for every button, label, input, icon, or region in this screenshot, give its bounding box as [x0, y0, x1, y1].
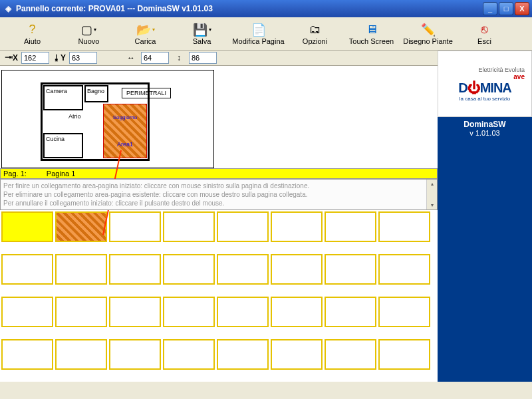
save-button[interactable]: 💾▾Salva	[174, 19, 230, 49]
room-bagno[interactable]: Bagno	[84, 85, 108, 102]
page-thumb[interactable]	[55, 297, 107, 327]
minimize-button[interactable]: _	[483, 2, 497, 15]
new-icon: ▢▾	[81, 23, 96, 37]
page-thumb[interactable]	[1, 297, 53, 327]
hint-line-1: Per finire un collegamento area-pagina i…	[3, 182, 434, 190]
x-input[interactable]	[21, 52, 49, 64]
page-thumb[interactable]	[109, 339, 161, 370]
page-thumb[interactable]	[325, 297, 376, 327]
page-thumb[interactable]	[109, 297, 161, 327]
title-bar: ◈ Pannello corrente: PROVA01 --- DominaS…	[0, 0, 532, 17]
width-input[interactable]	[141, 52, 169, 64]
page-number: Pag. 1:	[3, 170, 27, 178]
close-button[interactable]: X	[515, 2, 529, 15]
width-icon: ↔	[125, 52, 137, 64]
page-thumb[interactable]	[378, 254, 430, 285]
edit-page-button[interactable]: 📄Modifica Pagina	[230, 19, 287, 49]
exit-icon: ⎋	[481, 23, 488, 37]
height-input[interactable]	[189, 52, 217, 64]
page-thumb[interactable]	[217, 339, 269, 370]
page-thumb-1[interactable]	[1, 211, 53, 242]
page-thumb[interactable]	[55, 254, 107, 285]
new-button[interactable]: ▢▾Nuovo	[61, 19, 117, 49]
y-input[interactable]	[69, 52, 97, 64]
options-button[interactable]: 🗂Opzioni	[287, 19, 343, 49]
scroll-down-icon[interactable]: ▾	[431, 201, 434, 209]
screen-icon: 🖥	[366, 23, 378, 37]
open-icon: 📂▾	[136, 23, 155, 37]
page-thumb[interactable]	[163, 211, 215, 242]
hint-line-2: Per eliminare un collegamento area-pagin…	[3, 190, 434, 199]
y-origin-icon: ⭳Y	[53, 52, 65, 64]
help-button[interactable]: ?Aiuto	[4, 19, 61, 49]
brand-logo-box: Elettricità Evoluta ave D⏻MINA la casa a…	[438, 51, 532, 117]
save-icon: 💾▾	[193, 23, 211, 37]
page-thumb[interactable]	[217, 254, 269, 285]
hint-scrollbar[interactable]: ▴▾	[426, 180, 437, 209]
page-thumb[interactable]	[271, 339, 323, 370]
draw-icon: ✏️	[421, 23, 436, 37]
scroll-up-icon[interactable]: ▴	[431, 180, 434, 188]
page-thumb[interactable]	[109, 254, 161, 285]
draw-plan-button[interactable]: ✏️Disegno Piante	[400, 19, 456, 49]
domina-logo: D⏻MINA	[458, 80, 511, 96]
page-thumb[interactable]	[1, 339, 53, 370]
page-thumb[interactable]	[378, 339, 430, 370]
room-cucina[interactable]: Cucina	[43, 133, 83, 158]
page-thumb[interactable]	[325, 211, 376, 242]
load-button[interactable]: 📂▾Carica	[117, 19, 174, 49]
page-thumb[interactable]	[217, 297, 269, 327]
floor-plan-canvas[interactable]: Camera Bagno Atrio Cucina PERIMETRALI So…	[1, 70, 214, 168]
maximize-button[interactable]: □	[499, 2, 513, 15]
page-thumb[interactable]	[163, 254, 215, 285]
hint-panel: Per finire un collegamento area-pagina i…	[0, 179, 438, 210]
page-indicator[interactable]: Pag. 1: Pagina 1	[0, 168, 438, 179]
page-thumb[interactable]	[325, 339, 376, 370]
x-origin-icon: ⭲X	[5, 52, 17, 64]
page-thumb[interactable]	[378, 297, 430, 327]
hint-line-3: Per annullare il collegamento iniziato: …	[3, 199, 434, 207]
page-thumb[interactable]	[163, 297, 215, 327]
edit-icon: 📄	[251, 23, 266, 37]
perimetrali-label[interactable]: PERIMETRALI	[122, 88, 171, 98]
page-thumb[interactable]	[271, 297, 323, 327]
exit-button[interactable]: ⎋Esci	[456, 19, 513, 49]
options-icon: 🗂	[309, 23, 321, 37]
app-icon: ◈	[3, 3, 13, 14]
page-thumb[interactable]	[1, 254, 53, 285]
page-thumb[interactable]	[217, 211, 269, 242]
coordinate-bar: ⭲X ⭳Y ↔ ↕	[0, 51, 438, 66]
brand-tagline: la casa al tuo servizio	[460, 96, 510, 102]
app-version-label: v 1.01.03	[438, 129, 532, 137]
page-thumbnail-grid	[0, 210, 438, 382]
page-thumb-2[interactable]	[55, 211, 107, 242]
app-name-label: DominaSW	[438, 120, 532, 129]
area1-zone[interactable]: Soggiorno Area1	[103, 104, 147, 158]
page-thumb[interactable]	[163, 339, 215, 370]
touchscreen-button[interactable]: 🖥Touch Screen	[343, 19, 400, 49]
page-name: Pagina 1	[47, 170, 75, 178]
room-camera[interactable]: Camera	[43, 85, 83, 110]
height-icon: ↕	[173, 52, 185, 64]
brand-tagline-top: Elettricità Evoluta	[478, 66, 525, 73]
page-thumb[interactable]	[109, 211, 161, 242]
page-thumb[interactable]	[325, 254, 376, 285]
page-thumb[interactable]	[271, 211, 323, 242]
ave-logo: ave	[513, 73, 525, 80]
help-icon: ?	[29, 23, 35, 37]
page-thumb[interactable]	[378, 211, 430, 242]
title-text: Pannello corrente: PROVA01 --- DominaSW …	[16, 4, 213, 13]
page-thumb[interactable]	[55, 339, 107, 370]
right-sidebar: Elettricità Evoluta ave D⏻MINA la casa a…	[438, 51, 532, 382]
page-thumb[interactable]	[271, 254, 323, 285]
main-toolbar: ?Aiuto ▢▾Nuovo 📂▾Carica 💾▾Salva 📄Modific…	[0, 17, 532, 51]
